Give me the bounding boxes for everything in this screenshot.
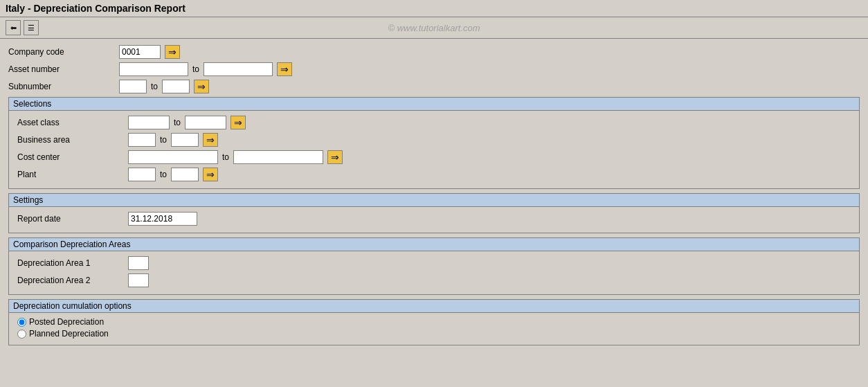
asset-number-to-label: to [192, 64, 199, 74]
depreciation-area-2-row: Depreciation Area 2 [17, 273, 851, 288]
settings-header: Settings [8, 193, 860, 207]
business-area-to-input[interactable] [171, 133, 199, 147]
asset-number-from-input[interactable] [119, 62, 188, 76]
asset-number-label: Asset number [8, 64, 119, 74]
asset-class-to-input[interactable] [185, 116, 226, 129]
planned-depreciation-radio[interactable] [17, 330, 26, 339]
planned-depreciation-row: Planned Depreciation [17, 329, 851, 339]
selections-body: Asset class to ⇒ Business area to ⇒ Cost… [8, 111, 860, 189]
toolbar: ⬅ ☰ © www.tutorialkart.com [0, 17, 868, 39]
depreciation-area-1-input[interactable] [128, 256, 149, 270]
comparison-areas-body: Depreciation Area 1 Depreciation Area 2 [8, 251, 860, 295]
cost-center-from-input[interactable] [128, 150, 218, 164]
business-area-from-input[interactable] [128, 133, 156, 147]
asset-number-to-input[interactable] [204, 62, 273, 76]
subnumber-to-input[interactable] [162, 80, 190, 93]
depreciation-area-2-input[interactable] [128, 273, 149, 287]
report-date-label: Report date [17, 214, 128, 224]
company-code-row: Company code ⇒ [8, 44, 860, 60]
business-area-label: Business area [17, 135, 128, 145]
report-date-input[interactable] [128, 212, 197, 226]
comparison-areas-header: Comparison Depreciation Areas [8, 237, 860, 251]
posted-depreciation-row: Posted Depreciation [17, 317, 851, 327]
cost-center-to-input[interactable] [233, 150, 323, 164]
depreciation-area-1-row: Depreciation Area 1 [17, 255, 851, 271]
subnumber-to-label: to [151, 82, 158, 91]
subnumber-from-input[interactable] [119, 80, 147, 93]
cost-center-to-label: to [222, 152, 229, 162]
company-code-label: Company code [8, 47, 119, 57]
plant-to-label: to [160, 170, 167, 179]
business-area-arrow[interactable]: ⇒ [203, 133, 218, 147]
page-title: Italy - Depreciation Comparison Report [6, 3, 186, 14]
plant-from-input[interactable] [128, 168, 156, 181]
subnumber-row: Subnumber to ⇒ [8, 79, 860, 94]
asset-class-arrow[interactable]: ⇒ [230, 116, 246, 129]
report-date-row: Report date [17, 211, 851, 226]
asset-class-to-label: to [174, 118, 181, 127]
cost-center-row: Cost center to ⇒ [17, 150, 851, 165]
subnumber-arrow[interactable]: ⇒ [194, 80, 209, 93]
business-area-row: Business area to ⇒ [17, 132, 851, 147]
selections-header: Selections [8, 97, 860, 111]
cumulation-header: Depreciation cumulation options [8, 299, 860, 313]
depreciation-area-2-label: Depreciation Area 2 [17, 276, 128, 285]
asset-class-from-input[interactable] [128, 116, 170, 129]
layout-icon[interactable]: ☰ [24, 20, 39, 35]
planned-depreciation-label: Planned Depreciation [29, 329, 109, 339]
cumulation-body: Posted Depreciation Planned Depreciation [8, 313, 860, 345]
depreciation-area-1-label: Depreciation Area 1 [17, 258, 128, 268]
watermark: © www.tutorialkart.com [388, 23, 480, 33]
back-icon[interactable]: ⬅ [6, 20, 21, 35]
plant-to-input[interactable] [171, 168, 199, 181]
company-code-arrow[interactable]: ⇒ [165, 45, 180, 59]
asset-class-row: Asset class to ⇒ [17, 115, 851, 130]
company-code-input[interactable] [119, 45, 161, 59]
cost-center-arrow[interactable]: ⇒ [327, 150, 343, 164]
asset-number-row: Asset number to ⇒ [8, 62, 860, 77]
posted-depreciation-label: Posted Depreciation [29, 317, 104, 327]
subnumber-label: Subnumber [8, 82, 119, 91]
plant-row: Plant to ⇒ [17, 167, 851, 182]
settings-body: Report date [8, 207, 860, 233]
asset-number-arrow[interactable]: ⇒ [277, 62, 292, 76]
posted-depreciation-radio[interactable] [17, 318, 26, 327]
cost-center-label: Cost center [17, 152, 128, 162]
plant-label: Plant [17, 170, 128, 179]
asset-class-label: Asset class [17, 118, 128, 127]
title-bar: Italy - Depreciation Comparison Report [0, 0, 868, 17]
business-area-to-label: to [160, 135, 167, 145]
plant-arrow[interactable]: ⇒ [203, 168, 218, 181]
